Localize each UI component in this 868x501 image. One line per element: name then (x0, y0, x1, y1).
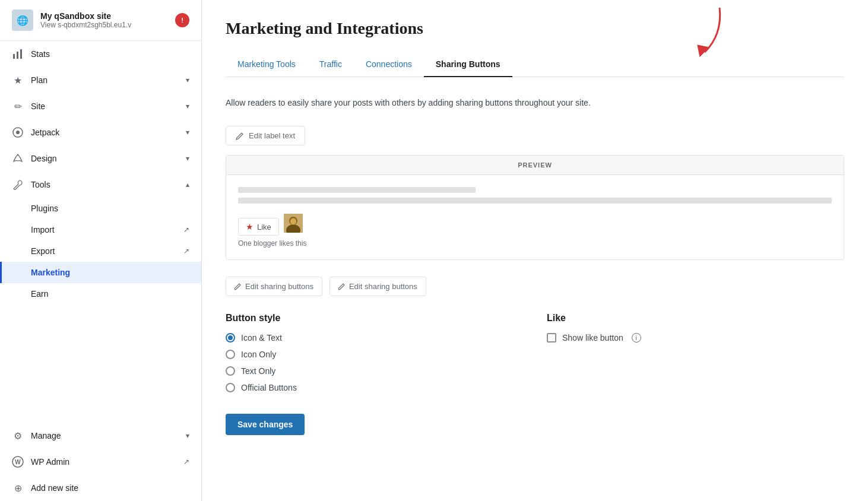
design-chevron: ▾ (186, 154, 189, 163)
import-external-icon: ↗ (183, 226, 189, 234)
description: Allow readers to easily share your posts… (226, 96, 844, 109)
edit-label-text: Edit label text (249, 131, 295, 140)
button-style-title: Button style (226, 313, 523, 324)
radio-text-only[interactable]: Text Only (226, 366, 523, 376)
edit-label-button[interactable]: Edit label text (226, 126, 305, 145)
radio-icon-only-circle (226, 350, 235, 359)
radio-icon-text-circle (226, 333, 235, 343)
main-content: Marketing and Integrations Marketing Too… (202, 0, 868, 501)
sidebar-item-plugins[interactable]: Plugins (0, 198, 201, 219)
tab-sharing-buttons[interactable]: Sharing Buttons (424, 52, 512, 77)
svg-text:W: W (15, 459, 21, 465)
svg-point-13 (290, 218, 296, 225)
like-button[interactable]: ★ Like (238, 218, 279, 236)
sidebar-item-earn[interactable]: Earn (0, 283, 201, 305)
settings-row: Button style Icon & Text Icon Only Text … (226, 313, 844, 399)
plan-icon: ★ (12, 74, 24, 86)
jetpack-icon (12, 126, 24, 138)
preview-line-short (238, 187, 476, 193)
tab-marketing-tools[interactable]: Marketing Tools (226, 52, 308, 77)
edit-sharing-buttons-1[interactable]: Edit sharing buttons (226, 277, 322, 296)
jetpack-label: Jetpack (31, 128, 179, 137)
sidebar-item-export[interactable]: Export ↗ (0, 240, 201, 262)
site-label: Site (31, 102, 179, 111)
tabs: Marketing Tools Traffic Connections Shar… (226, 52, 844, 77)
site-header[interactable]: 🌐 My qSandbox site View s-qbdxmt2sgh5bl.… (0, 0, 201, 41)
site-chevron: ▾ (186, 102, 189, 110)
radio-icon-text-label: Icon & Text (241, 333, 282, 343)
marketing-label: Marketing (31, 268, 70, 277)
design-icon (12, 153, 24, 164)
plugins-label: Plugins (31, 204, 58, 213)
preview-body: ★ Like One blogger likes thi (226, 175, 844, 259)
add-site-icon: ⊕ (12, 482, 24, 494)
nav-add-new-site[interactable]: ⊕ Add new site (0, 475, 201, 501)
svg-rect-0 (13, 54, 15, 59)
radio-icon-only-label: Icon Only (241, 350, 276, 359)
site-info: My qSandbox site View s-qbdxmt2sgh5bl.eu… (40, 11, 168, 29)
radio-icon-only[interactable]: Icon Only (226, 350, 523, 359)
nav-design[interactable]: Design ▾ (0, 145, 201, 172)
svg-point-4 (16, 131, 20, 134)
nav-tools[interactable]: Tools ▴ (0, 172, 201, 198)
earn-label: Earn (31, 289, 49, 299)
nav-jetpack[interactable]: Jetpack ▾ (0, 119, 201, 145)
tools-label: Tools (31, 180, 179, 189)
info-icon[interactable]: i (632, 333, 641, 343)
like-section: Like Show like button i (523, 313, 844, 343)
like-section-title: Like (547, 313, 844, 324)
show-like-checkbox[interactable] (547, 333, 556, 343)
preview-section: PREVIEW ★ Like (226, 155, 844, 260)
site-icon: 🌐 (12, 9, 33, 31)
radio-icon-text[interactable]: Icon & Text (226, 333, 523, 343)
stats-label: Stats (31, 49, 189, 59)
like-star-icon: ★ (246, 222, 254, 232)
export-label: Export (31, 246, 55, 256)
wpadmin-icon: W (12, 456, 24, 468)
sidebar-item-marketing[interactable]: Marketing (0, 262, 201, 283)
design-label: Design (31, 154, 179, 163)
sidebar: 🌐 My qSandbox site View s-qbdxmt2sgh5bl.… (0, 0, 202, 501)
import-label: Import (31, 225, 55, 234)
tab-traffic[interactable]: Traffic (308, 52, 354, 77)
svg-rect-2 (20, 49, 22, 59)
like-row: ★ Like (238, 211, 832, 236)
radio-text-only-circle (226, 366, 235, 376)
save-button[interactable]: Save changes (226, 414, 305, 435)
tab-content: Allow readers to easily share your posts… (226, 77, 844, 454)
export-external-icon: ↗ (183, 247, 189, 255)
site-url: View s-qbdxmt2sgh5bl.eu1.v (40, 21, 168, 29)
radio-official[interactable]: Official Buttons (226, 383, 523, 392)
nav-manage[interactable]: ⚙ Manage ▾ (0, 423, 201, 449)
manage-label: Manage (31, 431, 179, 440)
plan-label: Plan (31, 75, 179, 85)
nav-plan[interactable]: ★ Plan ▾ (0, 67, 201, 93)
manage-icon: ⚙ (12, 430, 24, 442)
preview-line-long (238, 198, 832, 204)
nav-site[interactable]: ✏ Site ▾ (0, 93, 201, 119)
radio-official-circle (226, 383, 235, 392)
radio-text-only-label: Text Only (241, 366, 275, 376)
site-name: My qSandbox site (40, 11, 168, 21)
stats-icon (12, 48, 24, 60)
jetpack-chevron: ▾ (186, 128, 189, 137)
like-label: Like (257, 223, 271, 232)
wpadmin-external-icon: ↗ (183, 458, 189, 466)
plan-chevron: ▾ (186, 76, 189, 84)
wpadmin-label: WP Admin (31, 457, 69, 467)
sidebar-item-import[interactable]: Import ↗ (0, 219, 201, 240)
notification-badge[interactable]: ! (175, 13, 189, 27)
add-site-label: Add new site (31, 483, 78, 493)
show-like-label: Show like button (562, 333, 623, 343)
blogger-likes-text: One blogger likes this (238, 239, 832, 248)
site-nav-icon: ✏ (12, 100, 24, 112)
nav-stats[interactable]: Stats (0, 41, 201, 67)
show-like-button-option[interactable]: Show like button i (547, 333, 844, 343)
edit-buttons-row: Edit sharing buttons Edit sharing button… (226, 277, 844, 296)
page-title: Marketing and Integrations (226, 19, 844, 38)
tools-chevron: ▴ (186, 180, 189, 189)
tab-connections[interactable]: Connections (354, 52, 424, 77)
nav-wpadmin[interactable]: W WP Admin ↗ (0, 449, 201, 475)
button-style-section: Button style Icon & Text Icon Only Text … (226, 313, 523, 399)
edit-sharing-buttons-2[interactable]: Edit sharing buttons (330, 277, 426, 296)
